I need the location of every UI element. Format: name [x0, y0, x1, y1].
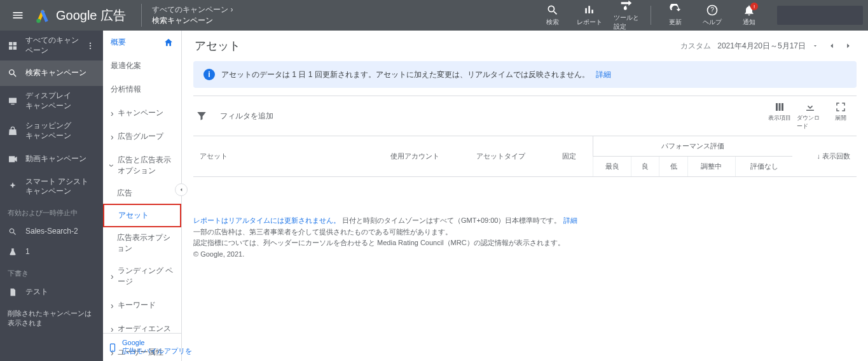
- svg-point-5: [90, 48, 91, 49]
- document-icon: [6, 286, 19, 299]
- sidebar-draft-item[interactable]: テスト: [0, 282, 103, 302]
- assets-table: アセット 使用アカウント アセットタイプ 固定 パフォーマンス評価 表示回数 最…: [193, 136, 857, 177]
- sidebar-item-all-campaigns[interactable]: すべてのキャンペーン: [0, 31, 103, 60]
- sidebar-item-smart-campaigns[interactable]: スマート アシスト キャンペーン: [0, 172, 103, 202]
- breadcrumb[interactable]: すべてのキャンペーン › 検索キャンペーン: [141, 4, 233, 27]
- grid-icon: [6, 39, 19, 52]
- nav-sub-extensions[interactable]: 広告表示オプション: [103, 227, 181, 259]
- sidebar-item-video-campaigns[interactable]: 動画キャンペーン: [0, 146, 103, 172]
- notifications-button[interactable]: ! 通知: [734, 4, 764, 27]
- nav-recommendations[interactable]: 最適化案: [103, 54, 181, 78]
- info-icon: i: [203, 69, 215, 80]
- col-perf-adjusting[interactable]: 調整中: [687, 157, 735, 177]
- col-pinned[interactable]: 固定: [556, 136, 593, 177]
- hamburger-menu-button[interactable]: [5, 3, 31, 28]
- svg-point-3: [90, 42, 91, 43]
- col-impressions[interactable]: 表示回数: [792, 136, 857, 177]
- footer-details-link[interactable]: 詳細: [563, 216, 577, 224]
- filter-icon: [196, 110, 207, 122]
- sidebar-campaign-item[interactable]: Sales-Search-2: [0, 222, 103, 242]
- breadcrumb-parent: すべてのキャンペーン ›: [152, 4, 233, 15]
- nav-ads-extensions[interactable]: 広告と広告表示オプション: [103, 148, 181, 183]
- app-header: Google 広告 すべてのキャンペーン › 検索キャンペーン 検索 レポート …: [0, 0, 868, 31]
- svg-point-7: [112, 350, 113, 350]
- col-perf-none[interactable]: 評価なし: [735, 157, 792, 177]
- search-icon: [6, 225, 19, 238]
- nav-keywords[interactable]: キーワード: [103, 294, 181, 317]
- columns-button[interactable]: 表示項目: [766, 101, 793, 131]
- add-filter-button[interactable]: フィルタを追加: [196, 110, 766, 122]
- mobile-icon: [108, 341, 117, 354]
- svg-text:?: ?: [710, 6, 714, 13]
- collapse-sidebar-button[interactable]: [175, 183, 188, 196]
- search-icon: [6, 67, 19, 80]
- product-name: Google 広告: [56, 7, 126, 24]
- sidebar-item-search-campaigns[interactable]: 検索キャンペーン: [0, 60, 103, 86]
- col-perf-best[interactable]: 最良: [593, 157, 631, 177]
- svg-point-0: [36, 18, 41, 22]
- refresh-button[interactable]: 更新: [660, 4, 691, 27]
- nav-overview[interactable]: 概要: [103, 31, 181, 54]
- col-type[interactable]: アセットタイプ: [470, 136, 556, 177]
- page-title: アセット: [195, 38, 240, 53]
- expand-button[interactable]: 展開: [827, 101, 854, 131]
- date-next-button[interactable]: [841, 39, 855, 53]
- primary-sidebar: すべてのキャンペーン 検索キャンペーン ディスプレイ キャンペーン ショッピング…: [0, 31, 103, 361]
- nav-sub-assets[interactable]: アセット: [103, 204, 181, 227]
- shopping-icon: [6, 125, 19, 138]
- sidebar-item-shopping-campaigns[interactable]: ショッピング キャンペーン: [0, 116, 103, 146]
- table-toolbar: フィルタを追加 表示項目 ダウンロード 展開: [193, 96, 857, 136]
- nav-sub-ads[interactable]: 広告: [103, 183, 181, 204]
- nav-campaigns[interactable]: キャンペーン: [103, 101, 181, 125]
- col-account[interactable]: 使用アカウント: [384, 136, 470, 177]
- nav-adgroups[interactable]: 広告グループ: [103, 125, 181, 148]
- sidebar-section-draft: 下書き: [0, 262, 103, 282]
- nav-insights[interactable]: 分析情報: [103, 78, 181, 101]
- download-button[interactable]: ダウンロード: [797, 101, 823, 131]
- info-details-link[interactable]: 詳細: [596, 69, 611, 80]
- sidebar-section-active: 有効および一時停止中: [0, 202, 103, 222]
- col-perf-low[interactable]: 低: [659, 157, 687, 177]
- help-button[interactable]: ? ヘルプ: [697, 4, 727, 27]
- breadcrumb-current: 検索キャンペーン: [152, 15, 233, 26]
- video-icon: [6, 153, 19, 166]
- nav-landing-pages[interactable]: ランディング ページ: [103, 259, 181, 294]
- date-range-selector[interactable]: カスタム 2021年4月20日～5月17日: [680, 39, 855, 53]
- main-content: アセット カスタム 2021年4月20日～5月17日 i アセットのデータは 1…: [182, 31, 868, 361]
- google-ads-logo-icon: [33, 6, 52, 25]
- mobile-app-promo[interactable]: Google 広告モバイルアプリを: [103, 333, 181, 361]
- flask-icon: [6, 246, 19, 258]
- secondary-sidebar: 概要 最適化案 分析情報 キャンペーン 広告グループ 広告と広告表示オプション …: [103, 31, 182, 361]
- smart-icon: [6, 180, 19, 193]
- account-switcher[interactable]: [777, 6, 863, 25]
- chevron-down-icon: [812, 43, 818, 49]
- report-button[interactable]: レポート: [574, 4, 605, 27]
- col-group-performance: パフォーマンス評価: [593, 136, 792, 157]
- sidebar-experiment-item[interactable]: 1: [0, 242, 103, 262]
- home-icon: [163, 38, 174, 48]
- sidebar-deleted-note: 削除されたキャンペーンは表示されま: [0, 302, 103, 332]
- display-icon: [6, 95, 19, 108]
- tools-button[interactable]: ツールと 設定: [611, 0, 642, 31]
- date-prev-button[interactable]: [825, 39, 839, 53]
- alert-badge-icon: !: [750, 3, 758, 10]
- search-button[interactable]: 検索: [537, 4, 568, 27]
- svg-point-4: [90, 45, 91, 46]
- sidebar-item-display-campaigns[interactable]: ディスプレイ キャンペーン: [0, 86, 103, 116]
- footer-notes: レポートはリアルタイムには更新されません。 日付と時刻のタイムゾーンはすべて（G…: [193, 215, 857, 260]
- more-vert-icon[interactable]: [84, 41, 97, 50]
- col-perf-good[interactable]: 良: [631, 157, 659, 177]
- footer-realtime-link[interactable]: レポートはリアルタイムには更新されません。: [193, 216, 340, 224]
- col-asset[interactable]: アセット: [193, 136, 384, 177]
- info-banner: i アセットのデータは 1 日 1 回更新されます。アセットに加えた変更は、リア…: [193, 61, 857, 88]
